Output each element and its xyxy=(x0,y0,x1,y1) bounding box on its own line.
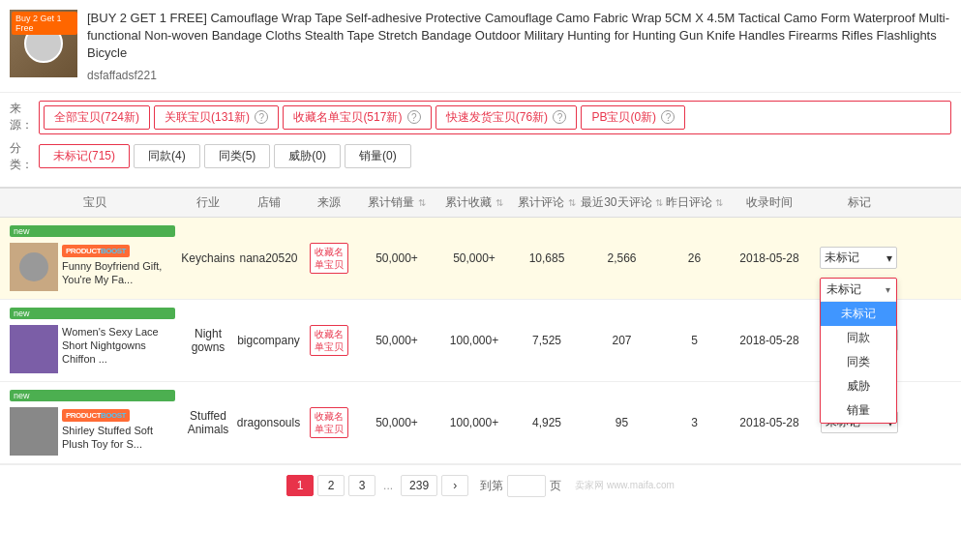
th-mark: 标记 xyxy=(813,194,905,211)
new-badge-2: new xyxy=(10,308,175,319)
source-btn-all[interactable]: 全部宝贝(724新) xyxy=(44,105,150,130)
table-row: new PRODUCTBOOST Funny Boyfriend Gift, Y… xyxy=(0,218,961,300)
source-cell-3: 收藏名单宝贝 xyxy=(300,407,358,438)
product-cell-1: new PRODUCTBOOST Funny Boyfriend Gift, Y… xyxy=(0,218,179,299)
source-cell-2: 收藏名单宝贝 xyxy=(300,325,358,356)
time-cell-3: 2018-05-28 xyxy=(726,416,813,429)
mark-dropdown-1: 未标记 ▾ 未标记 同款 同类 威胁 销量 xyxy=(820,278,897,424)
source-filter-row: 来源： 全部宝贝(724新) 关联宝贝(131新) ? 收藏名单宝贝(517新)… xyxy=(10,101,951,134)
source-label: 来源： xyxy=(10,101,39,133)
sort-icon-review30: ⇅ xyxy=(655,197,663,208)
th-collect[interactable]: 累计收藏 ⇅ xyxy=(435,194,513,211)
sales-cell-2: 50,000+ xyxy=(358,334,435,347)
watermark: 卖家网 www.maifa.com xyxy=(575,479,675,492)
goto-input[interactable] xyxy=(507,475,546,497)
sort-icon-review: ⇅ xyxy=(568,197,576,208)
th-source: 来源 xyxy=(300,194,358,211)
sales-cell-3: 50,000+ xyxy=(358,416,435,429)
th-industry: 行业 xyxy=(179,194,237,211)
help-icon-pb[interactable]: ? xyxy=(661,110,675,124)
th-review30[interactable]: 最近30天评论 ⇅ xyxy=(581,194,663,211)
sort-icon-yesterday: ⇅ xyxy=(715,197,723,208)
product-title: [BUY 2 GET 1 FREE] Camouflage Wrap Tape … xyxy=(87,10,951,63)
product-details-2: Women's Sexy Lace Short Nightgowns Chiff… xyxy=(62,325,175,367)
cat-btn-sales[interactable]: 销量(0) xyxy=(345,144,411,168)
dropdown-item-threat[interactable]: 威胁 xyxy=(821,374,896,398)
source-btn-fast[interactable]: 快速发货宝贝(76新) ? xyxy=(435,105,578,130)
industry-cell-1: Keychains xyxy=(179,251,237,265)
review-cell-3: 4,925 xyxy=(513,416,581,429)
category-label: 分类： xyxy=(10,140,39,173)
review-cell-1: 10,685 xyxy=(513,251,581,265)
source-tag-3: 收藏名单宝贝 xyxy=(310,407,348,438)
shop-cell-1: nana20520 xyxy=(237,251,300,265)
product-badge: Buy 2 Get 1 Free xyxy=(12,12,77,35)
product-thumbnail: Buy 2 Get 1 Free xyxy=(10,10,77,77)
th-time: 收录时间 xyxy=(726,194,813,211)
mark-select-1[interactable]: 未标记 ▾ xyxy=(820,247,897,269)
page-ellipsis: ... xyxy=(379,476,397,495)
product-cell-3: new PRODUCTBOOST Shirley Stuffed Soft Pl… xyxy=(0,382,179,463)
product-name-2: Women's Sexy Lace Short Nightgowns Chiff… xyxy=(62,325,175,367)
category-filter-buttons: 未标记(715) 同款(4) 同类(5) 威胁(0) 销量(0) xyxy=(39,144,411,168)
new-badge-3: new xyxy=(10,390,175,401)
product-info-row-1: PRODUCTBOOST Funny Boyfriend Gift, You'r… xyxy=(10,243,175,291)
product-seller: dsfaffadsf221 xyxy=(87,69,951,82)
dropdown-item-similar[interactable]: 同类 xyxy=(821,350,896,374)
source-btn-pb[interactable]: PB宝贝(0新) ? xyxy=(581,105,685,130)
page-next-btn[interactable]: › xyxy=(441,475,468,496)
product-details-3: PRODUCTBOOST Shirley Stuffed Soft Plush … xyxy=(62,407,175,452)
collect-cell-2: 100,000+ xyxy=(435,334,513,347)
industry-cell-3: Stuffed Animals xyxy=(179,409,237,436)
th-review[interactable]: 累计评论 ⇅ xyxy=(513,194,581,211)
source-btn-related[interactable]: 关联宝贝(131新) ? xyxy=(154,105,279,130)
page-label: 页 xyxy=(550,478,561,494)
cat-btn-threat[interactable]: 威胁(0) xyxy=(274,144,341,168)
help-icon-fast[interactable]: ? xyxy=(553,110,566,124)
product-details-1: PRODUCTBOOST Funny Boyfriend Gift, You'r… xyxy=(62,243,175,287)
source-filter-buttons: 全部宝贝(724新) 关联宝贝(131新) ? 收藏名单宝贝(517新) ? 快… xyxy=(39,101,951,134)
table-header: 宝贝 行业 店铺 来源 累计销量 ⇅ 累计收藏 ⇅ 累计评论 ⇅ 最近30天评论… xyxy=(0,188,961,218)
sort-icon-sales: ⇅ xyxy=(418,197,426,208)
yesterday-cell-1: 26 xyxy=(663,251,726,265)
product-section: Buy 2 Get 1 Free [BUY 2 GET 1 FREE] Camo… xyxy=(0,0,961,93)
cat-btn-same[interactable]: 同款(4) xyxy=(134,144,200,168)
source-btn-collect[interactable]: 收藏名单宝贝(517新) ? xyxy=(283,105,431,130)
cat-btn-similar[interactable]: 同类(5) xyxy=(204,144,271,168)
review30-cell-1: 2,566 xyxy=(581,251,663,265)
table-row: new PRODUCTBOOST Shirley Stuffed Soft Pl… xyxy=(0,382,961,464)
source-cell-1: 收藏名单宝贝 xyxy=(300,243,358,274)
help-icon-related[interactable]: ? xyxy=(255,110,268,124)
page-btn-2[interactable]: 2 xyxy=(317,475,345,496)
industry-cell-2: Night gowns xyxy=(179,327,237,354)
dropdown-item-same[interactable]: 同款 xyxy=(821,326,896,350)
yesterday-cell-2: 5 xyxy=(663,334,726,347)
product-info: [BUY 2 GET 1 FREE] Camouflage Wrap Tape … xyxy=(87,10,951,82)
mark-cell-1: 未标记 ▾ 未标记 ▾ 未标记 同款 同类 威胁 销量 xyxy=(813,247,905,269)
shop-cell-2: bigcompany xyxy=(237,334,300,347)
collect-cell-1: 50,000+ xyxy=(435,251,513,265)
th-yesterday[interactable]: 昨日评论 ⇅ xyxy=(663,194,726,211)
goto-label: 到第 xyxy=(480,478,503,494)
goto-section: 到第 页 xyxy=(480,475,561,497)
category-filter-row: 分类： 未标记(715) 同款(4) 同类(5) 威胁(0) 销量(0) xyxy=(10,140,951,173)
filter-section: 来源： 全部宝贝(724新) 关联宝贝(131新) ? 收藏名单宝贝(517新)… xyxy=(0,93,961,188)
sort-icon-collect: ⇅ xyxy=(496,197,503,208)
help-icon-collect[interactable]: ? xyxy=(407,110,421,124)
product-boost-logo-3: PRODUCTBOOST xyxy=(62,407,175,422)
product-image-3 xyxy=(10,407,58,456)
dropdown-header-1: 未标记 ▾ xyxy=(821,279,896,302)
dropdown-item-unmarked[interactable]: 未标记 xyxy=(821,302,896,326)
product-cell-2: new Women's Sexy Lace Short Nightgowns C… xyxy=(0,300,179,381)
page-btn-1[interactable]: 1 xyxy=(286,475,314,496)
shop-cell-3: dragonsouls xyxy=(237,416,300,429)
th-sales[interactable]: 累计销量 ⇅ xyxy=(358,194,435,211)
time-cell-1: 2018-05-28 xyxy=(726,251,813,265)
th-shop: 店铺 xyxy=(237,194,300,211)
page-btn-239[interactable]: 239 xyxy=(401,475,437,496)
dropdown-item-sales[interactable]: 销量 xyxy=(821,398,896,423)
cat-btn-unmarked[interactable]: 未标记(715) xyxy=(39,144,130,168)
page-btn-3[interactable]: 3 xyxy=(348,475,375,496)
product-name-1: Funny Boyfriend Gift, You're My Fa... xyxy=(62,259,175,287)
source-tag-1: 收藏名单宝贝 xyxy=(310,243,348,274)
